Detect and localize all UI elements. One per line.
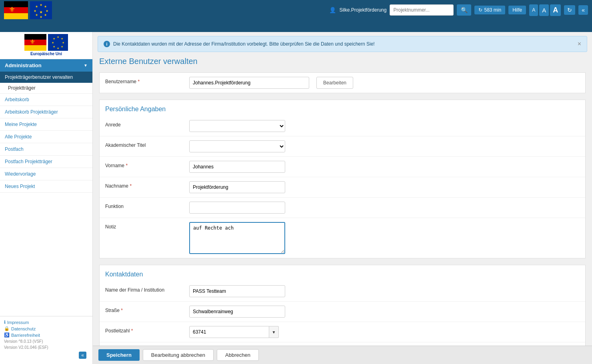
svg-text:★: ★ <box>57 47 59 50</box>
sidebar-item-arbeitskorb[interactable]: Arbeitskorb <box>0 94 92 106</box>
vorname-input[interactable] <box>189 161 285 173</box>
plz-dropdown-button[interactable]: ▼ <box>269 326 279 338</box>
save-button[interactable]: Speichern <box>98 349 140 361</box>
persoenliche-angaben-section: Persönliche Angaben Anrede Akademischer … <box>99 100 586 258</box>
sidebar-item-meine-projekte[interactable]: Meine Projekte <box>0 118 92 131</box>
accessibility-icon: ♿ <box>4 332 10 338</box>
chevron-down-icon: ▼ <box>84 63 88 68</box>
font-medium-button[interactable]: A <box>539 4 549 16</box>
sidebar-item-postfach[interactable]: Postfach <box>0 143 92 156</box>
svg-text:★: ★ <box>44 13 47 17</box>
sidebar-item-neues-projekt[interactable]: Neues Projekt <box>0 180 92 193</box>
svg-text:★: ★ <box>61 45 63 48</box>
svg-text:★: ★ <box>57 36 59 38</box>
user-name: Silke.Projektförderung <box>339 7 386 13</box>
benutzername-section: Benutzername * Bearbeiten <box>99 72 586 93</box>
footer-impressum-link[interactable]: ℹ Impressum <box>4 320 88 325</box>
svg-text:★: ★ <box>46 9 48 13</box>
shield-icon: 🔒 <box>4 326 10 331</box>
collapse-sidebar-button[interactable]: « <box>79 352 86 359</box>
main-content: i Die Kontaktdaten wurden mit der Adress… <box>93 32 592 364</box>
bearbeiten-button[interactable]: Bearbeiten <box>316 77 353 89</box>
font-small-button[interactable]: A <box>529 4 538 16</box>
sidebar-footer: ℹ Impressum 🔒 Datenschutz ♿ Barrierefrei… <box>0 316 92 364</box>
funktion-row: Funktion <box>100 198 585 218</box>
anrede-label: Anrede <box>105 120 185 128</box>
svg-text:★: ★ <box>62 41 64 44</box>
plz-container: ▼ <box>189 326 279 338</box>
sidebar-item-wiedervorlage[interactable]: Wiedervorlage <box>0 168 92 180</box>
benutzername-input[interactable] <box>189 77 309 89</box>
sidebar-eu-logo: ★ ★ ★ ★ ★ ★ ★ ★ <box>48 34 68 51</box>
datenschutz-label: Datenschutz <box>11 326 36 331</box>
project-search-input[interactable] <box>390 4 454 16</box>
timer-button[interactable]: ↻ 583 min <box>474 6 505 14</box>
nachname-input[interactable] <box>189 181 285 193</box>
font-large-button[interactable]: A <box>550 4 561 16</box>
svg-rect-18 <box>24 34 46 40</box>
kontakt-title: Kontaktdaten <box>100 265 585 281</box>
barrierefreiheit-label: Barrierefreiheit <box>11 333 40 338</box>
sidebar-item-alle-projekte[interactable]: Alle Projekte <box>0 131 92 143</box>
search-button[interactable]: 🔍 <box>457 4 471 16</box>
footer-datenschutz-link[interactable]: 🔒 Datenschutz <box>4 326 88 331</box>
strasse-required: * <box>121 308 123 313</box>
funktion-label: Funktion <box>105 202 185 209</box>
svg-rect-19 <box>24 40 46 45</box>
de-logo: ⚜ <box>4 1 28 19</box>
administration-label: Administration <box>5 62 42 68</box>
user-icon: 👤 <box>329 7 336 13</box>
page-title: Externe Benutzer verwalten <box>99 57 586 66</box>
anrede-select[interactable] <box>189 120 285 132</box>
firma-label: Name der Firma / Institution <box>105 285 185 293</box>
plz-input[interactable] <box>189 326 269 338</box>
logo-area: ⚜ ★ ★ ★ ★ ★ ★ ★ ★ ★ ★ ★ ★ <box>4 1 52 19</box>
notiz-label: Notiz <box>105 222 185 230</box>
svg-text:★: ★ <box>53 37 55 40</box>
footer-barrierefreiheit-link[interactable]: ♿ Barrierefreiheit <box>4 332 88 338</box>
font-size-controls: A A A <box>529 4 561 16</box>
strasse-label: Straße * <box>105 306 185 313</box>
sidebar-item-projekttraeger-benutzer[interactable]: Projektträgerbenutzer verwalten <box>0 72 92 83</box>
alert-close-button[interactable]: × <box>578 40 581 48</box>
benutzername-label: Benutzername * <box>105 77 185 84</box>
strasse-input[interactable] <box>189 306 285 318</box>
svg-text:⚜: ⚜ <box>9 6 15 14</box>
page-refresh-button[interactable]: ↻ <box>564 5 575 15</box>
svg-rect-20 <box>24 45 46 51</box>
svg-rect-2 <box>4 13 28 19</box>
svg-text:★: ★ <box>40 10 42 14</box>
sidebar-item-projekttraeger[interactable]: Projektträger <box>0 83 92 94</box>
firma-input[interactable] <box>189 285 285 297</box>
akademischer-titel-select[interactable] <box>189 140 285 152</box>
sidebar-de-logo: ⚜ <box>24 34 46 51</box>
refresh-icon: ↻ <box>478 7 482 13</box>
vorname-required: * <box>126 163 128 168</box>
cancel-button[interactable]: Abbrechen <box>217 349 259 361</box>
svg-text:★: ★ <box>40 3 42 7</box>
alert-message: Die Kontaktdaten wurden mit der Adresse … <box>113 41 375 47</box>
sidebar-item-arbeitskorb-pt[interactable]: Arbeitskorb Projektträger <box>0 106 92 118</box>
notiz-textarea[interactable]: auf Rechte ach <box>189 222 285 254</box>
svg-text:★: ★ <box>44 5 47 8</box>
cancel-edit-button[interactable]: Bearbeitung abbrechen <box>143 349 214 361</box>
sidebar-collapse-button[interactable]: « <box>578 5 588 15</box>
svg-rect-1 <box>4 7 28 13</box>
plz-required: * <box>131 328 133 334</box>
svg-text:★: ★ <box>53 45 55 48</box>
sidebar-item-administration[interactable]: Administration ▼ <box>0 59 92 72</box>
nachname-label: Nachname * <box>105 181 185 189</box>
user-section: 👤 Silke.Projektförderung 🔍 ↻ 583 min Hil… <box>329 4 588 16</box>
svg-text:★: ★ <box>35 5 38 8</box>
nachname-row: Nachname * <box>100 177 585 198</box>
vorname-label: Vorname * <box>105 161 185 168</box>
funktion-input[interactable] <box>189 202 285 214</box>
plz-row: Postleitzahl * ▼ <box>100 322 585 342</box>
notiz-row: Notiz auf Rechte ach <box>100 218 585 258</box>
alert-info-icon: i <box>104 41 110 47</box>
impressum-label: Impressum <box>7 320 29 325</box>
plz-label: Postleitzahl * <box>105 326 185 334</box>
nachname-required: * <box>130 183 132 189</box>
sidebar-item-postfach-pt[interactable]: Postfach Projektträger <box>0 156 92 168</box>
help-button[interactable]: Hilfe <box>508 6 526 14</box>
